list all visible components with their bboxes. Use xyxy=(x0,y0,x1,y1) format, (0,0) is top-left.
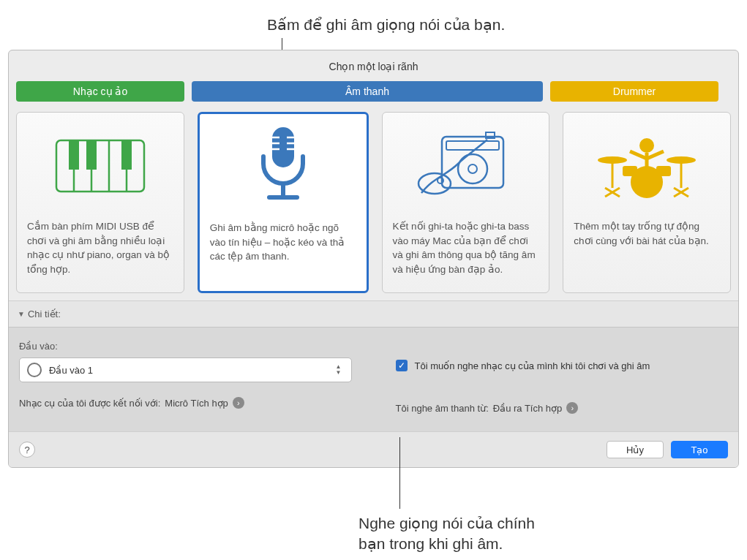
track-type-dialog: Chọn một loại rãnh Nhạc cụ ảo Âm thanh D… xyxy=(8,50,739,468)
tab-drummer[interactable]: Drummer xyxy=(550,81,718,102)
cancel-button[interactable]: Hủy xyxy=(607,441,664,458)
tab-audio[interactable]: Âm thanh xyxy=(192,81,543,102)
hear-value: Đầu ra Tích hợp xyxy=(493,403,563,414)
hear-prefix: Tôi nghe âm thanh từ: xyxy=(396,403,489,414)
svg-line-26 xyxy=(630,151,647,159)
svg-line-27 xyxy=(647,151,664,159)
input-label: Đầu vào: xyxy=(19,341,352,352)
dialog-footer: ? Hủy Tạo xyxy=(9,431,738,467)
piano-icon xyxy=(17,113,184,215)
svg-rect-18 xyxy=(446,141,499,150)
input-channel-icon xyxy=(27,363,42,377)
card-audio-mic[interactable]: Ghi âm bằng micrô hoặc ngõ vào tín hiệu … xyxy=(198,112,369,293)
callout-line-bottom xyxy=(399,437,400,509)
hear-chevron-icon[interactable]: › xyxy=(566,402,578,414)
svg-point-20 xyxy=(468,164,477,173)
guitar-amp-icon xyxy=(383,113,549,215)
card-audio-guitar[interactable]: Kết nối ghi-ta hoặc ghi-ta bass vào máy … xyxy=(382,112,550,293)
track-type-cards: Cắm bàn phím MIDI USB để chơi và ghi âm … xyxy=(9,102,738,300)
svg-rect-33 xyxy=(623,166,637,176)
monitor-checkbox-label: Tôi muốn nghe nhạc cụ của mình khi tôi c… xyxy=(415,360,650,371)
connected-prefix: Nhạc cụ của tôi được kết nối với: xyxy=(19,398,160,409)
connected-value: Micrô Tích hợp xyxy=(165,398,228,409)
callout-hear-voice: Nghe giọng nói của chínhbạn trong khi gh… xyxy=(359,513,535,555)
details-body: Đầu vào: Đầu vào 1 ▲▼ Nhạc cụ của tôi đư… xyxy=(9,327,738,431)
card-desc: Ghi âm bằng micrô hoặc ngõ vào tín hiệu … xyxy=(200,216,367,274)
input-selected-value: Đầu vào 1 xyxy=(49,365,93,376)
dialog-title: Chọn một loại rãnh xyxy=(9,50,738,81)
svg-rect-7 xyxy=(121,140,132,170)
monitor-checkbox[interactable]: ✓ xyxy=(396,360,408,371)
microphone-icon xyxy=(200,114,367,216)
create-button[interactable]: Tạo xyxy=(671,441,728,458)
svg-point-21 xyxy=(418,173,451,194)
svg-rect-6 xyxy=(86,140,97,170)
drumkit-icon xyxy=(563,113,730,215)
card-software-instrument[interactable]: Cắm bàn phím MIDI USB để chơi và ghi âm … xyxy=(16,112,184,293)
svg-rect-8 xyxy=(272,127,294,167)
card-desc: Thêm một tay trống tự động chơi cùng với… xyxy=(563,215,730,258)
details-label: Chi tiết: xyxy=(28,309,61,319)
card-desc: Cắm bàn phím MIDI USB để chơi và ghi âm … xyxy=(17,215,184,287)
card-desc: Kết nối ghi-ta hoặc ghi-ta bass vào máy … xyxy=(383,215,549,287)
svg-point-24 xyxy=(639,138,654,153)
disclosure-triangle-icon: ▼ xyxy=(18,310,25,318)
category-tabs: Nhạc cụ ảo Âm thanh Drummer xyxy=(9,81,738,102)
input-select[interactable]: Đầu vào 1 ▲▼ xyxy=(19,357,352,382)
help-button[interactable]: ? xyxy=(19,442,35,458)
svg-rect-34 xyxy=(656,166,671,176)
tab-virtual-instrument[interactable]: Nhạc cụ ảo xyxy=(16,81,184,102)
updown-arrows-icon: ▲▼ xyxy=(331,360,347,379)
callout-record-voice: Bấm để ghi âm giọng nói của bạn. xyxy=(267,16,505,34)
connected-chevron-icon[interactable]: › xyxy=(233,397,244,409)
card-drummer[interactable]: Thêm một tay trống tự động chơi cùng với… xyxy=(563,112,731,293)
svg-rect-17 xyxy=(442,137,503,188)
svg-rect-5 xyxy=(69,140,79,170)
details-disclosure[interactable]: ▼ Chi tiết: xyxy=(9,300,738,327)
